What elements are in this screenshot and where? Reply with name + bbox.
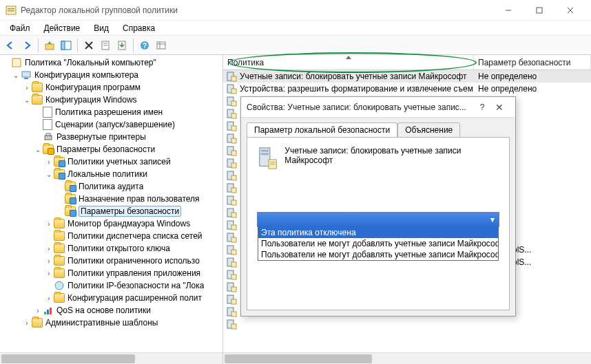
caret-blank bbox=[44, 231, 54, 241]
column-policy[interactable]: Политика bbox=[223, 55, 474, 69]
tree-local-policies[interactable]: ⌄Локальные политики bbox=[0, 168, 222, 180]
menu-file[interactable]: Файл bbox=[4, 22, 36, 34]
tree-admin-templates[interactable]: ›Административные шаблоны bbox=[0, 317, 222, 329]
dialog-title-bar[interactable]: Свойства: Учетные записи: блокировать уч… bbox=[241, 97, 515, 118]
menu-action[interactable]: Действие bbox=[39, 22, 86, 34]
tree-label: Параметры безопасности bbox=[56, 144, 155, 154]
tree-deployed-printers[interactable]: Развернутые принтеры bbox=[0, 131, 222, 143]
caret-right-icon[interactable]: › bbox=[44, 219, 54, 228]
tab-explanation[interactable]: Объяснение bbox=[397, 122, 460, 138]
up-button[interactable] bbox=[42, 38, 57, 53]
list-hscrollbar[interactable] bbox=[223, 352, 591, 364]
help-button[interactable]: ? bbox=[137, 38, 152, 53]
menu-view[interactable]: Вид bbox=[88, 22, 114, 34]
tree-audit-policy[interactable]: Политика аудита bbox=[0, 180, 222, 193]
combo-option[interactable]: Пользователи не могут добавлять учетные … bbox=[258, 238, 498, 249]
tree-computer-config[interactable]: ⌄ Конфигурация компьютера bbox=[0, 69, 222, 81]
tree-ip-security[interactable]: Политики IP-безопасности на "Лока bbox=[0, 279, 222, 292]
caret-right-icon[interactable]: › bbox=[44, 157, 54, 167]
svg-rect-1 bbox=[8, 8, 14, 10]
tree-public-key[interactable]: ›Политики открытого ключа bbox=[0, 242, 222, 255]
tree-scripts[interactable]: Сценарии (запуск/завершение) bbox=[0, 118, 222, 131]
policy-item-icon bbox=[226, 319, 237, 330]
dialog-policy-name: Учетные записи: блокировать учетные запи… bbox=[284, 146, 499, 165]
dialog-help-button[interactable]: ? bbox=[475, 103, 489, 112]
dialog-close-button[interactable]: ✕ bbox=[489, 102, 510, 113]
tree-windows-settings[interactable]: ⌄Конфигурация Windows bbox=[0, 94, 222, 106]
tree-software-restriction[interactable]: ›Политики ограниченного использо bbox=[0, 255, 222, 267]
tree-label: Политики IP-безопасности на "Лока bbox=[68, 281, 204, 290]
delete-button[interactable] bbox=[81, 38, 96, 53]
tree-app-control[interactable]: ›Политики управления приложения bbox=[0, 267, 222, 279]
filter-button[interactable] bbox=[154, 38, 169, 53]
tree-user-rights[interactable]: Назначение прав пользователя bbox=[0, 193, 222, 205]
chevron-down-icon[interactable]: ▾ bbox=[486, 213, 499, 226]
list-row[interactable]: Учетные записи: блокировать учетные запи… bbox=[223, 70, 591, 83]
tree-name-resolution[interactable]: Политика разрешения имен bbox=[0, 106, 222, 118]
tree-hscrollbar[interactable] bbox=[0, 352, 222, 364]
properties-button[interactable] bbox=[98, 38, 113, 53]
svg-rect-29 bbox=[50, 308, 52, 314]
policy-tree[interactable]: Политика "Локальный компьютер" ⌄ Конфигу… bbox=[0, 55, 222, 352]
show-hide-tree-button[interactable] bbox=[59, 38, 74, 53]
caret-icon[interactable] bbox=[1, 58, 11, 67]
svg-rect-24 bbox=[45, 136, 52, 140]
policy-item-icon bbox=[226, 195, 237, 206]
policy-item-icon bbox=[226, 145, 237, 156]
caret-right-icon[interactable]: › bbox=[44, 268, 54, 278]
tree-root[interactable]: Политика "Локальный компьютер" bbox=[0, 56, 222, 69]
dialog-title: Свойства: Учетные записи: блокировать уч… bbox=[247, 103, 475, 112]
tree-pane: Политика "Локальный компьютер" ⌄ Конфигу… bbox=[0, 55, 223, 364]
caret-right-icon[interactable]: › bbox=[44, 293, 54, 303]
dialog-tabs: Параметр локальной безопасности Объяснен… bbox=[241, 118, 515, 137]
maximize-button[interactable] bbox=[523, 1, 554, 20]
svg-rect-73 bbox=[261, 150, 269, 152]
tree-security-options[interactable]: Параметры безопасности bbox=[0, 205, 222, 217]
scrollbar-thumb[interactable] bbox=[1, 354, 135, 363]
list-row[interactable]: Устройства: разрешить форматирование и и… bbox=[223, 83, 591, 95]
caret-blank bbox=[33, 132, 43, 142]
policy-item-icon bbox=[226, 257, 237, 268]
svg-rect-9 bbox=[61, 41, 65, 50]
list-row[interactable] bbox=[223, 318, 591, 330]
tree-software-settings[interactable]: ›Конфигурация программ bbox=[0, 81, 222, 94]
svg-rect-31 bbox=[231, 76, 236, 81]
caret-right-icon[interactable]: › bbox=[44, 256, 54, 266]
policy-item-icon bbox=[226, 108, 237, 119]
minimize-button[interactable] bbox=[493, 1, 523, 20]
caret-right-icon[interactable]: › bbox=[22, 83, 32, 92]
tree-firewall-monitor[interactable]: ›Монитор брандмауэра Windows bbox=[0, 217, 222, 230]
tree-qos[interactable]: ›QoS на основе политики bbox=[0, 304, 222, 317]
caret-right-icon[interactable]: › bbox=[33, 306, 43, 315]
tree-advanced-audit[interactable]: ›Конфигурация расширенной полит bbox=[0, 292, 222, 304]
caret-down-icon[interactable]: ⌄ bbox=[44, 169, 54, 179]
close-button[interactable] bbox=[554, 1, 585, 20]
tree-label: Политики диспетчера списка сетей bbox=[68, 231, 203, 241]
back-button[interactable] bbox=[3, 38, 18, 53]
tree-account-policies[interactable]: ›Политики учетных записей bbox=[0, 156, 222, 168]
forward-button[interactable] bbox=[19, 38, 34, 53]
menu-help[interactable]: Справка bbox=[117, 22, 160, 34]
policy-value-combobox[interactable]: ▾ Эта политика отключена Пользователи не… bbox=[257, 212, 499, 227]
scrollbar-thumb[interactable] bbox=[225, 354, 372, 363]
caret-down-icon[interactable]: ⌄ bbox=[33, 144, 43, 154]
caret-right-icon[interactable]: › bbox=[44, 244, 54, 253]
tree-security-settings[interactable]: ⌄Параметры безопасности bbox=[0, 143, 222, 156]
caret-right-icon[interactable]: › bbox=[22, 318, 32, 328]
policy-item-icon bbox=[226, 133, 237, 144]
tree-label: Административные шаблоны bbox=[45, 318, 158, 328]
combo-option[interactable]: Пользователи не могут добавлять учетные … bbox=[258, 249, 498, 260]
caret-down-icon[interactable]: ⌄ bbox=[11, 70, 21, 80]
combo-option[interactable]: Эта политика отключена bbox=[258, 227, 498, 238]
export-button[interactable] bbox=[114, 38, 129, 53]
policy-item-icon bbox=[226, 306, 237, 317]
policy-item-icon bbox=[226, 244, 237, 255]
caret-down-icon[interactable]: ⌄ bbox=[22, 95, 32, 105]
policy-value: Не определено bbox=[474, 84, 591, 94]
tab-local-security[interactable]: Параметр локальной безопасности bbox=[247, 122, 397, 138]
column-security[interactable]: Параметр безопасности bbox=[474, 55, 591, 69]
security-folder-icon bbox=[43, 144, 54, 154]
svg-rect-47 bbox=[231, 175, 236, 180]
policy-item-icon bbox=[226, 220, 237, 231]
tree-network-list[interactable]: Политики диспетчера списка сетей bbox=[0, 230, 222, 242]
